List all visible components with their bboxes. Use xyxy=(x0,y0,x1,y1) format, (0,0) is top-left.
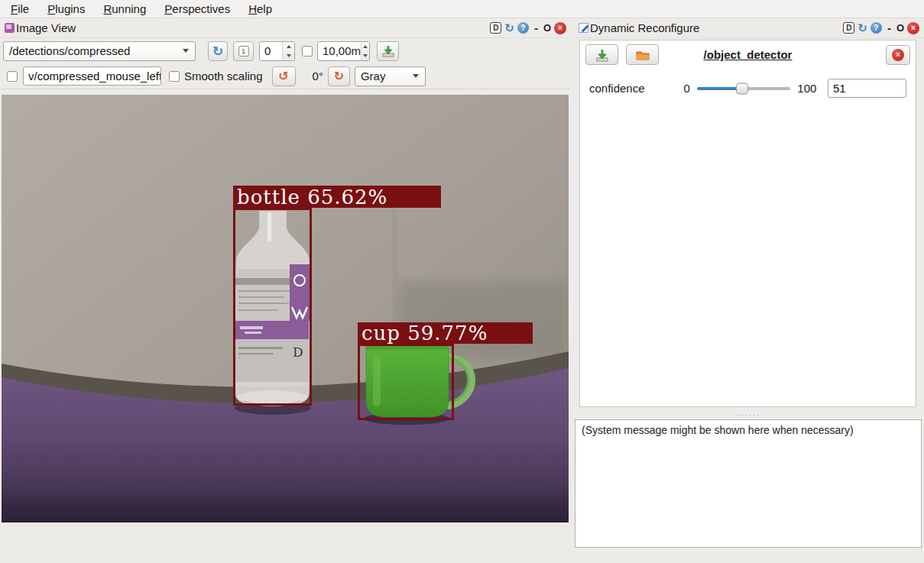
image-view-panel: Image View D ↻ ? - O × /detections/compr… xyxy=(0,18,571,563)
screenshot-save-icon xyxy=(381,45,395,57)
smooth-scaling-checkbox[interactable] xyxy=(169,71,180,82)
publish-click-checkbox[interactable] xyxy=(7,71,18,82)
detection-box-bottle xyxy=(233,208,312,406)
slider-track[interactable] xyxy=(742,87,791,90)
slider-handle[interactable] xyxy=(736,83,748,94)
spin-down-icon[interactable] xyxy=(363,54,368,57)
refresh-topics-button[interactable]: ↻ xyxy=(208,41,228,61)
menu-running[interactable]: Running xyxy=(94,0,155,18)
toolbar-separator xyxy=(2,89,569,89)
spin-up-icon[interactable] xyxy=(363,45,368,48)
dynamic-reconfigure-icon xyxy=(579,23,588,33)
dynamic-range-checkbox[interactable] xyxy=(302,46,313,57)
open-folder-icon xyxy=(635,49,650,61)
confidence-value-input[interactable] xyxy=(828,79,906,98)
detection-label-bottle: bottle 65.62% xyxy=(233,186,441,208)
detection-box-cup xyxy=(358,344,454,420)
frame-skip-value: 0 xyxy=(260,42,282,60)
close-icon[interactable]: × xyxy=(554,22,566,34)
dynamic-reconfigure-panel: Dynamic Reconfigure D ↻ ? - O × xyxy=(574,18,924,563)
chevron-down-icon xyxy=(183,49,189,53)
dock-icon[interactable]: D xyxy=(843,22,854,34)
zoom-1-icon: 1 xyxy=(238,46,249,57)
reload-plugin-icon[interactable]: ↻ xyxy=(504,21,514,35)
parameter-name: confidence xyxy=(589,82,679,95)
menu-file[interactable]: File xyxy=(2,0,38,18)
menu-plugins[interactable]: Plugins xyxy=(38,0,94,18)
camera-image[interactable]: D bottle 65.62% cup 59.77% xyxy=(2,95,569,523)
dynamic-reconfigure-titlebar[interactable]: Dynamic Reconfigure D ↻ ? - O × xyxy=(574,18,924,38)
menu-help[interactable]: Help xyxy=(239,0,281,18)
rqt-window: File Plugins Running Perspectives Help I… xyxy=(0,0,924,563)
help-icon[interactable]: ? xyxy=(871,22,882,34)
spin-down-icon[interactable] xyxy=(287,54,291,57)
parameter-max: 100 xyxy=(797,82,819,95)
topic-dropdown-value: /detections/compressed xyxy=(4,44,178,57)
system-message-box[interactable]: (System message might be shown here when… xyxy=(575,419,922,548)
mouse-click-topic-input[interactable] xyxy=(23,66,161,86)
colormap-dropdown[interactable]: Gray xyxy=(355,66,426,86)
max-range-spinbox[interactable]: 10,00m xyxy=(317,41,370,61)
menu-perspectives[interactable]: Perspectives xyxy=(155,0,239,18)
spin-up-icon[interactable] xyxy=(287,45,291,48)
reconfigure-node-panel: /object_detector × confidence 0 100 xyxy=(579,40,916,407)
help-icon[interactable]: ? xyxy=(517,22,529,34)
confidence-slider[interactable] xyxy=(697,82,790,95)
save-config-button[interactable] xyxy=(585,44,618,65)
image-view-toolbar-top: /detections/compressed ↻ 1 0 10,00m xyxy=(0,38,571,63)
float-icon[interactable]: O xyxy=(896,22,904,34)
rotate-left-icon: ↺ xyxy=(278,69,288,83)
zoom-100-button[interactable]: 1 xyxy=(233,41,254,61)
rotation-value: 0° xyxy=(313,70,323,83)
load-config-button[interactable] xyxy=(626,44,659,65)
dynamic-reconfigure-window-buttons: D ↻ ? - O × xyxy=(843,21,919,35)
reconfigure-header: /object_detector × xyxy=(580,40,916,68)
save-to-disk-icon xyxy=(595,48,610,62)
detection-label-cup: cup 59.77% xyxy=(358,322,533,344)
image-view-toolbar-bottom: Smooth scaling ↺ 0° ↻ Gray xyxy=(0,63,571,89)
float-icon[interactable]: O xyxy=(543,22,551,34)
topic-dropdown[interactable]: /detections/compressed xyxy=(3,41,196,61)
rotate-right-button[interactable]: ↻ xyxy=(328,66,350,86)
parameter-row: confidence 0 100 xyxy=(580,79,916,98)
x-circle-icon: × xyxy=(892,49,904,61)
max-range-value: 10,00m xyxy=(318,42,361,60)
image-view-title: Image View xyxy=(16,21,76,34)
dock-area: Image View D ↻ ? - O × /detections/compr… xyxy=(0,18,924,563)
chevron-down-icon xyxy=(413,74,419,78)
minimize-icon[interactable]: - xyxy=(532,21,540,34)
save-image-button[interactable] xyxy=(377,41,399,61)
menu-bar: File Plugins Running Perspectives Help xyxy=(0,0,924,18)
dock-icon[interactable]: D xyxy=(490,22,501,34)
close-node-button[interactable]: × xyxy=(886,45,910,65)
frame-skip-spinbox[interactable]: 0 xyxy=(259,41,295,61)
dynamic-reconfigure-title: Dynamic Reconfigure xyxy=(590,21,699,34)
smooth-scaling-label: Smooth scaling xyxy=(184,70,263,83)
parameter-min: 0 xyxy=(679,82,690,95)
splitter-handle[interactable]: ······ xyxy=(574,411,924,419)
image-view-icon xyxy=(5,23,15,33)
rotate-left-button[interactable]: ↺ xyxy=(272,66,296,86)
image-view-titlebar[interactable]: Image View D ↻ ? - O × xyxy=(0,18,571,38)
minimize-icon[interactable]: - xyxy=(885,21,893,34)
colormap-dropdown-value: Gray xyxy=(355,70,408,83)
rotate-right-icon: ↻ xyxy=(334,69,344,83)
reload-plugin-icon[interactable]: ↻ xyxy=(858,21,867,35)
close-icon[interactable]: × xyxy=(907,22,919,34)
image-view-window-buttons: D ↻ ? - O × xyxy=(490,21,566,35)
refresh-icon: ↻ xyxy=(212,44,223,59)
